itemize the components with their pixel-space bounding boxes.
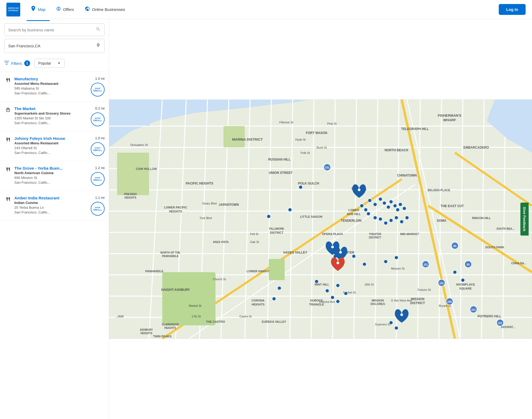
- svg-rect-37: [224, 126, 245, 147]
- nav-item-map[interactable]: Map: [27, 4, 50, 15]
- sort-dropdown[interactable]: Popular ▼: [34, 59, 65, 68]
- svg-point-178: [336, 300, 340, 303]
- shop-small-badge[interactable]: SHOP SMALL: [91, 142, 105, 156]
- listing-item[interactable]: Amber India Restaurant Indian Cuisine 25…: [0, 191, 109, 221]
- svg-text:Polk St: Polk St: [301, 151, 310, 154]
- svg-text:EUREKA VALLEY: EUREKA VALLEY: [262, 320, 286, 323]
- svg-text:BELDEN PLACE: BELDEN PLACE: [427, 188, 450, 192]
- svg-text:THE EAST CUT: THE EAST CUT: [441, 204, 464, 208]
- shop-small-badge[interactable]: SHOP SMALL: [91, 83, 105, 97]
- nav-item-offers[interactable]: Offers: [52, 4, 78, 15]
- listing-item[interactable]: Manufactory Assorted Menu Restaurant 595…: [0, 72, 109, 102]
- svg-text:Pine St: Pine St: [327, 122, 336, 125]
- filters-button[interactable]: Filters 1: [4, 60, 30, 66]
- listing-name: The Grove - Yerba Buen...: [14, 166, 88, 170]
- svg-point-180: [278, 286, 281, 290]
- logo-text: AMERICANEXPRESS: [8, 7, 19, 12]
- listing-address: 25 Yerba Buena LnSan Francisco, Califo..…: [14, 205, 88, 215]
- svg-point-156: [378, 217, 382, 221]
- listing-type: Supermarkets and Grocery Stores: [14, 111, 88, 115]
- nav-item-online-businesses[interactable]: Online Businesses: [80, 4, 129, 15]
- svg-point-161: [405, 216, 409, 220]
- restaurant-icon: [4, 196, 12, 203]
- svg-text:NORTH BEACH: NORTH BEACH: [385, 148, 408, 152]
- shop-small-badge[interactable]: SHOP SMALL: [91, 172, 105, 186]
- give-feedback-tab[interactable]: Give Feedback: [521, 203, 529, 236]
- filters-badge: 1: [24, 60, 30, 66]
- svg-text:HEIGHTS: HEIGHTS: [169, 210, 182, 213]
- svg-point-153: [364, 208, 368, 212]
- location-box[interactable]: [4, 39, 105, 53]
- amex-logo[interactable]: AMERICANEXPRESS: [6, 3, 20, 16]
- listing-right: 1.0 mi SHOP SMALL: [91, 77, 105, 97]
- svg-text:101: 101: [423, 263, 428, 266]
- svg-text:Fell St: Fell St: [250, 232, 258, 236]
- listing-distance: 1.0 mi: [95, 77, 105, 81]
- svg-text:Castro St: Castro St: [240, 315, 252, 318]
- svg-point-157: [384, 221, 387, 225]
- listing-details: Amber India Restaurant Indian Cuisine 25…: [12, 196, 91, 215]
- shop-small-line2: SMALL: [93, 89, 102, 92]
- listing-address: 690 Mission StSan Francisco, Califo...: [14, 175, 88, 185]
- listing-details: Johnny Foleys Irish House Assorted Menu …: [12, 136, 91, 155]
- shop-small-line1: SHOP: [95, 177, 101, 179]
- map-area[interactable]: Divisadero St Fillmore St Hyde St Polk S…: [109, 19, 532, 419]
- listing-item[interactable]: The Market Supermarkets and Grocery Stor…: [0, 102, 109, 131]
- svg-text:LITTLE SAIGON: LITTLE SAIGON: [300, 215, 323, 218]
- svg-point-147: [389, 200, 393, 204]
- search-input[interactable]: [8, 28, 96, 32]
- svg-text:MISSION: MISSION: [372, 299, 384, 302]
- svg-text:DISTRICT: DISTRICT: [410, 301, 425, 305]
- shop-small-line2: SMALL: [93, 119, 102, 122]
- shop-small-line2: SMALL: [93, 179, 102, 181]
- chevron-down-icon: ▼: [57, 61, 61, 65]
- svg-text:SQUARE: SQUARE: [459, 287, 472, 290]
- svg-text:101: 101: [471, 308, 476, 311]
- svg-point-176: [336, 284, 340, 287]
- svg-text:HAIGHT-ASHBURY: HAIGHT-ASHBURY: [161, 288, 190, 292]
- svg-text:HEIGHTS: HEIGHTS: [125, 196, 137, 199]
- listing-item[interactable]: Johnny Foleys Irish House Assorted Menu …: [0, 131, 109, 161]
- listing-item[interactable]: The Grove - Yerba Buen... North American…: [0, 161, 109, 191]
- svg-point-168: [362, 262, 366, 266]
- listing-name: Manufactory: [14, 77, 88, 81]
- svg-point-183: [389, 321, 393, 325]
- login-button[interactable]: Log In: [499, 4, 526, 15]
- listing-distance: 0.2 mi: [95, 106, 105, 110]
- svg-text:CORONA: CORONA: [251, 299, 265, 302]
- svg-text:SHOWPLACE: SHOWPLACE: [456, 283, 475, 286]
- nav-online-label: Online Businesses: [92, 7, 125, 12]
- svg-text:TELEGRAPH HILL: TELEGRAPH HILL: [401, 127, 429, 131]
- map-icon: [31, 6, 36, 13]
- svg-point-184: [394, 326, 398, 330]
- svg-text:FORT MASON: FORT MASON: [306, 131, 327, 135]
- svg-point-146: [386, 205, 390, 209]
- globe-icon: [85, 6, 90, 13]
- listing-type: North American Cuisine: [14, 171, 88, 175]
- svg-text:TENDERLOIN: TENDERLOIN: [341, 219, 361, 223]
- listing-address: 243 Ofarrell StSan Francisco, Califo...: [14, 146, 88, 155]
- svg-point-155: [373, 216, 377, 220]
- shop-small-badge[interactable]: SHOP SMALL: [91, 202, 105, 216]
- svg-point-154: [366, 212, 370, 216]
- restaurant-icon: [4, 166, 12, 174]
- search-icon: [96, 27, 101, 33]
- restaurant-icon: [4, 137, 12, 144]
- grocery-icon: [4, 107, 12, 114]
- location-input[interactable]: [8, 44, 96, 48]
- listing-distance: 1.1 mi: [95, 196, 105, 200]
- business-search-box[interactable]: [4, 23, 105, 36]
- map-svg: Divisadero St Fillmore St Hyde St Polk S…: [109, 19, 532, 419]
- svg-point-175: [325, 289, 329, 293]
- filter-icon: [4, 61, 9, 66]
- svg-point-173: [336, 262, 339, 264]
- listing-details: Manufactory Assorted Menu Restaurant 595…: [12, 77, 91, 96]
- listing-address: 1355 Market St Ste 100San Francisco, Cal…: [14, 116, 88, 125]
- svg-rect-36: [162, 272, 216, 325]
- svg-point-158: [389, 219, 393, 222]
- svg-text:JAPANTOWN: JAPANTOWN: [219, 203, 239, 207]
- listing-type: Assorted Menu Restaurant: [14, 82, 88, 86]
- shop-small-badge[interactable]: SHOP SMALL: [91, 112, 105, 126]
- svg-text:ASHBURY: ASHBURY: [140, 328, 153, 331]
- svg-text:S Van Ness Ave: S Van Ness Ave: [391, 299, 412, 302]
